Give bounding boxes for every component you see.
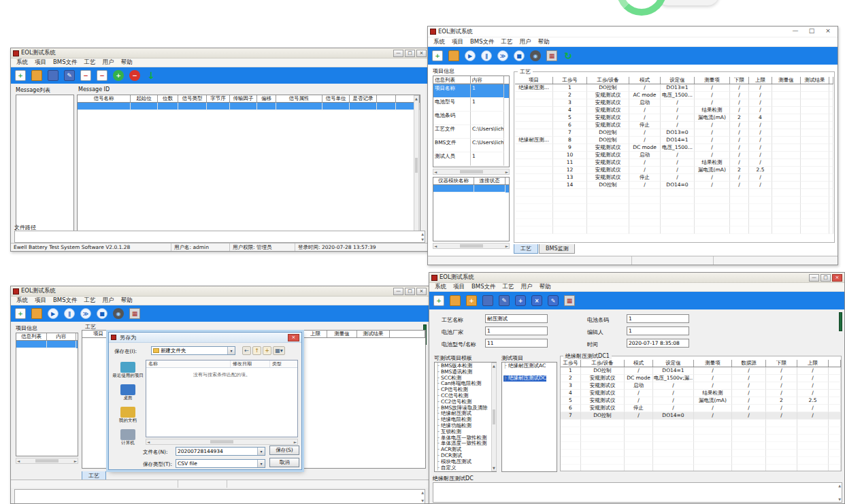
table-row[interactable] bbox=[78, 103, 420, 110]
vertical-scrollbar[interactable]: ▲▼ bbox=[491, 363, 497, 471]
start-test-icon[interactable]: ▶ bbox=[48, 308, 59, 319]
download-icon[interactable]: ↓ bbox=[146, 70, 156, 81]
table-row[interactable]: 11安规测试仪//结果检测// bbox=[515, 159, 833, 167]
steps-table[interactable]: 工步号工步/设备模式设定值测量项数据源下限上限1DO控制/DO14=1////2… bbox=[561, 360, 841, 471]
scroll-down-icon[interactable]: ▼ bbox=[838, 497, 841, 501]
menu-item[interactable]: 系统 bbox=[13, 297, 31, 305]
add-folder-icon[interactable]: + bbox=[466, 295, 477, 306]
table-row[interactable]: 1DO控制/DO14=1//// bbox=[561, 367, 841, 375]
menu-item[interactable]: 项目 bbox=[450, 283, 468, 291]
maximize-button[interactable]: □ bbox=[405, 288, 415, 295]
back-icon[interactable]: ← bbox=[242, 346, 251, 355]
log-box[interactable]: ▲▼ bbox=[433, 482, 842, 503]
save-button[interactable]: 保存(S) bbox=[269, 446, 299, 455]
minimize-button[interactable]: — bbox=[809, 274, 819, 282]
time-input[interactable]: 2020-07-17 8:35:08 bbox=[627, 339, 689, 348]
process-name-input[interactable]: 耐压测试 bbox=[485, 314, 548, 323]
menu-item[interactable]: 工艺 bbox=[81, 58, 99, 67]
test-item[interactable]: 绝缘耐压测试AC bbox=[503, 363, 557, 369]
maximize-button[interactable]: □ bbox=[804, 28, 819, 35]
place-desktop[interactable]: 桌面 bbox=[112, 384, 144, 401]
table-row[interactable]: 12安规测试仪//漏电流(mA)22.5 bbox=[515, 167, 833, 174]
pause-test-icon[interactable]: ∥ bbox=[481, 50, 492, 61]
disc-icon[interactable]: ◉ bbox=[113, 308, 124, 319]
save-icon[interactable] bbox=[48, 70, 59, 81]
close-button[interactable]: × bbox=[416, 288, 427, 295]
table-row[interactable]: 3安规测试仪启动//// bbox=[515, 99, 833, 107]
table-row[interactable]: 14DO控制/DO14=0/// bbox=[515, 182, 833, 189]
battery-barcode-input[interactable]: 1 bbox=[627, 314, 689, 323]
column-header-date[interactable]: 修改日期 bbox=[231, 360, 270, 367]
table-row[interactable]: 2安规测试仪AC mode电压_1500.../// bbox=[515, 92, 833, 99]
remove-icon[interactable]: − bbox=[129, 70, 140, 81]
maximize-button[interactable]: □ bbox=[821, 274, 831, 282]
scroll-up-icon[interactable]: ▲ bbox=[421, 232, 424, 236]
table-row[interactable] bbox=[433, 185, 509, 192]
stop-test-icon[interactable]: ■ bbox=[514, 50, 525, 61]
tab-bms-monitor[interactable]: BMS监测 bbox=[539, 244, 575, 254]
log-box[interactable]: ▲▼ bbox=[14, 489, 425, 504]
edit-icon[interactable]: ✎ bbox=[499, 295, 510, 306]
menu-item[interactable]: 用户 bbox=[99, 58, 118, 67]
message-listbox[interactable] bbox=[16, 95, 74, 236]
close-button[interactable]: × bbox=[832, 274, 842, 282]
table-row[interactable]: 项目名称1 bbox=[433, 84, 509, 98]
table-row[interactable]: 6安规测试仪停止//// bbox=[515, 122, 833, 129]
open-folder-icon[interactable] bbox=[31, 70, 42, 81]
menu-item[interactable]: 帮助 bbox=[536, 283, 554, 291]
menu-item[interactable]: 项目 bbox=[31, 297, 50, 305]
menu-item[interactable]: 系统 bbox=[13, 58, 31, 67]
template-item[interactable]: 自定义 bbox=[436, 465, 496, 471]
table-row[interactable]: BMS文件C:\Users\lichangjiang\Desktop\ bbox=[433, 139, 509, 152]
filetype-combobox[interactable]: CSV file ▾ bbox=[176, 459, 265, 468]
menu-item[interactable]: 帮助 bbox=[535, 38, 553, 46]
save-icon[interactable] bbox=[482, 295, 493, 306]
file-list[interactable]: 名称 修改日期 类型 没有与搜索条件匹配的项。 bbox=[146, 360, 298, 437]
place-computer[interactable]: 计算机 bbox=[112, 429, 144, 446]
menu-item[interactable]: 项目 bbox=[31, 58, 50, 67]
new-file-icon[interactable]: + bbox=[433, 295, 444, 306]
open-folder-icon[interactable] bbox=[448, 50, 459, 61]
menu-item[interactable]: 系统 bbox=[431, 283, 450, 291]
open-folder-icon[interactable] bbox=[450, 295, 461, 306]
table-row[interactable]: 6安规测试仪停止///// bbox=[561, 405, 841, 412]
horizontal-scrollbar[interactable]: ◄► bbox=[16, 458, 78, 464]
signal-table[interactable]: 信号名称起始位位数信号类型字节序传输因子偏移信号属性信号单位是否记录 bbox=[77, 95, 420, 236]
project-info-table[interactable]: 信息列表内容项目名称1电池型号1电池条码工艺文件C:\Users\lichang… bbox=[433, 75, 510, 167]
process-table[interactable]: 项目工步号工步/设备模式设定值测量项下限上限测量值测试结果绝缘耐压测...1DO… bbox=[515, 77, 833, 240]
scroll-up-icon[interactable]: ▲ bbox=[421, 490, 424, 494]
scroll-up-icon[interactable]: ▲ bbox=[838, 484, 841, 488]
table-row[interactable]: 2安规测试仪DC mode电压_1500v;漏..//// bbox=[561, 375, 841, 382]
table-row[interactable]: 5安规测试仪//漏电流(mA)/22.5 bbox=[561, 397, 841, 405]
up-folder-icon[interactable]: ↑ bbox=[252, 346, 261, 355]
step-forward-icon[interactable]: ≫ bbox=[80, 308, 91, 319]
open-folder-icon[interactable] bbox=[31, 308, 42, 319]
table-row[interactable]: 电池型号1 bbox=[433, 98, 509, 112]
new-folder-icon[interactable]: + bbox=[263, 346, 271, 355]
calculator-icon[interactable]: ▦ bbox=[564, 295, 575, 306]
menu-item[interactable]: 用户 bbox=[99, 297, 118, 305]
table-row[interactable]: 绝缘耐压测...8DO控制/DO14=1/// bbox=[515, 137, 833, 144]
menu-item[interactable]: BMS文件 bbox=[467, 38, 498, 46]
db-delete-icon[interactable]: × bbox=[531, 295, 542, 306]
menu-item[interactable]: 工艺 bbox=[81, 297, 99, 305]
dropdown-arrow-icon[interactable]: ▾ bbox=[257, 460, 265, 467]
table-row[interactable]: 7DO控制/DO13=0/// bbox=[515, 129, 833, 137]
horizontal-scrollbar[interactable]: ◄► bbox=[433, 169, 510, 175]
scroll-down-icon[interactable]: ▼ bbox=[421, 237, 424, 241]
menu-item[interactable]: 项目 bbox=[448, 38, 467, 46]
menu-item[interactable]: 帮助 bbox=[118, 297, 136, 305]
menu-item[interactable]: BMS文件 bbox=[50, 297, 81, 305]
save-in-combobox[interactable]: 新建文件夹 ▾ bbox=[151, 346, 235, 355]
dialog-close-button[interactable]: × bbox=[288, 334, 299, 341]
menu-item[interactable]: 工艺 bbox=[499, 283, 518, 291]
place-documents[interactable]: 我的文档 bbox=[112, 407, 144, 423]
close-button[interactable]: × bbox=[416, 50, 427, 57]
maximize-button[interactable]: □ bbox=[405, 50, 415, 57]
table-row[interactable]: 7DO控制/DO14=0//// bbox=[561, 412, 841, 420]
file-path-box[interactable]: ▲▼ bbox=[14, 231, 425, 243]
menu-item[interactable]: 帮助 bbox=[118, 58, 136, 67]
project-info-table[interactable]: 信息列表内容 bbox=[16, 333, 78, 456]
column-header-type[interactable]: 类型 bbox=[270, 360, 297, 367]
db-add-icon[interactable]: + bbox=[515, 295, 526, 306]
